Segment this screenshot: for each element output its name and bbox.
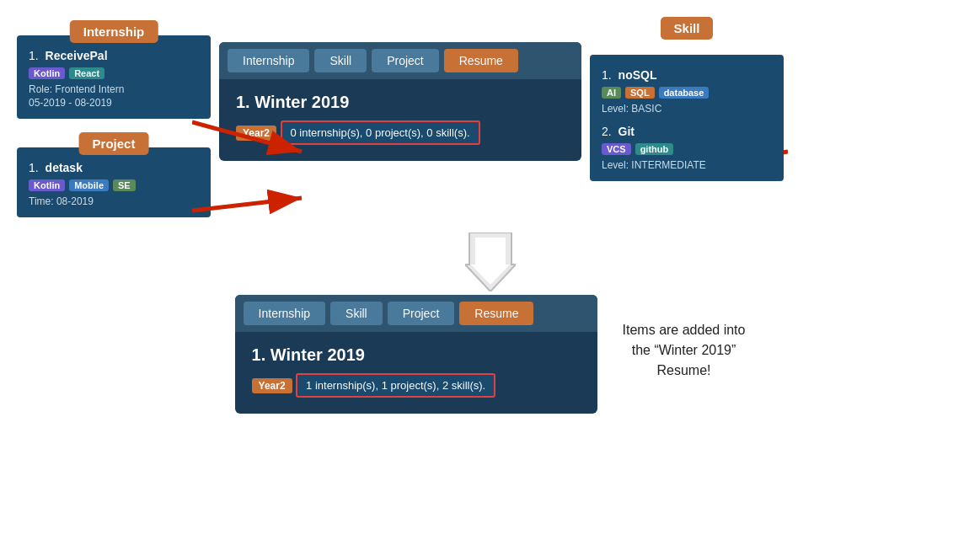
note-line3: Resume! (656, 363, 710, 377)
top-year-badge: Year2 (236, 126, 276, 141)
bottom-resume-title: 1. Winter 2019 (252, 345, 581, 365)
tab-project-top[interactable]: Project (372, 49, 439, 72)
tag-vcs: VCS (602, 143, 631, 155)
tag-mobile: Mobile (69, 179, 109, 191)
skill-1-title: 1. noSQL (602, 68, 772, 82)
bottom-note: Items are added into the “Winter 2019” R… (623, 320, 746, 381)
note-line2: the “Winter 2019” (632, 343, 736, 357)
top-summary-box: 0 internship(s), 0 project(s), 0 skill(s… (281, 120, 480, 145)
skill-badge: Skill (661, 17, 714, 40)
tab-resume-bottom[interactable]: Resume (459, 302, 533, 325)
top-app-content: 1. Winter 2019 Year2 0 internship(s), 0 … (219, 79, 581, 161)
skill-item-1: 1. noSQL AI SQL database Level: BASIC (602, 68, 772, 115)
skill-2-title: 2. Git (602, 125, 772, 138)
tag-kotlin2: Kotlin (29, 179, 65, 191)
top-app-panel: Internship Skill Project Resume 1. Winte… (219, 42, 581, 161)
tab-resume-top[interactable]: Resume (444, 49, 518, 72)
project-item-name: detask (46, 161, 83, 174)
left-panels: Internship 1. ReceivePal Kotlin React Ro… (17, 17, 211, 217)
skill-item-2: 2. Git VCS github Level: INTERMEDIATE (602, 125, 772, 171)
bottom-app-panel: Internship Skill Project Resume 1. Winte… (235, 295, 597, 414)
tag-se: SE (113, 179, 136, 191)
right-panels: Skill 1. noSQL AI SQL database Level: BA… (590, 17, 784, 181)
tab-internship-top[interactable]: Internship (228, 49, 309, 72)
tag-kotlin: Kotlin (29, 67, 65, 79)
internship-tags: Kotlin React (29, 67, 199, 79)
skill-2-name: Git (619, 125, 635, 138)
bottom-year-badge: Year2 (252, 378, 292, 393)
tag-github: github (635, 143, 674, 155)
tag-react: React (69, 67, 104, 79)
tag-database: database (659, 87, 710, 99)
project-item-title: 1. detask (29, 161, 199, 174)
internship-item-title: 1. ReceivePal (29, 49, 199, 62)
tab-internship-bottom[interactable]: Internship (244, 302, 325, 325)
down-arrow-icon (465, 233, 516, 291)
internship-badge: Internship (70, 20, 158, 43)
tab-project-bottom[interactable]: Project (388, 302, 455, 325)
skill-2-level: Level: INTERMEDIATE (602, 159, 772, 171)
project-card: Project 1. detask Kotlin Mobile SE Time:… (17, 147, 211, 217)
tag-sql: SQL (625, 87, 655, 99)
top-resume-title: 1. Winter 2019 (236, 93, 565, 112)
project-tags: Kotlin Mobile SE (29, 179, 199, 191)
bottom-section: Internship Skill Project Resume 1. Winte… (0, 295, 980, 414)
internship-card: Internship 1. ReceivePal Kotlin React Ro… (17, 35, 211, 119)
project-time: Time: 08-2019 (29, 195, 199, 207)
note-line1: Items are added into (623, 323, 746, 337)
bottom-app-tabs: Internship Skill Project Resume (235, 295, 597, 332)
bottom-app-content: 1. Winter 2019 Year2 1 internship(s), 1 … (235, 332, 597, 414)
down-arrow-container (0, 233, 980, 291)
skill-2-tags: VCS github (602, 143, 772, 155)
skill-1-level: Level: BASIC (602, 103, 772, 115)
internship-date: 05-2019 - 08-2019 (29, 97, 199, 109)
skill-1-tags: AI SQL database (602, 87, 772, 99)
skill-1-name: noSQL (619, 68, 657, 82)
project-badge: Project (79, 132, 149, 155)
bottom-summary-box: 1 internship(s), 1 project(s), 2 skill(s… (296, 373, 495, 398)
tag-ai: AI (602, 87, 621, 99)
top-section: Internship 1. ReceivePal Kotlin React Ro… (0, 0, 980, 226)
internship-item-name: ReceivePal (46, 49, 108, 62)
tab-skill-top[interactable]: Skill (314, 49, 367, 72)
arrow-project (192, 181, 319, 227)
skill-card: 1. noSQL AI SQL database Level: BASIC 2.… (590, 55, 784, 181)
internship-role: Role: Frontend Intern (29, 83, 199, 95)
top-app-tabs: Internship Skill Project Resume (219, 42, 581, 79)
tab-skill-bottom[interactable]: Skill (330, 302, 383, 325)
